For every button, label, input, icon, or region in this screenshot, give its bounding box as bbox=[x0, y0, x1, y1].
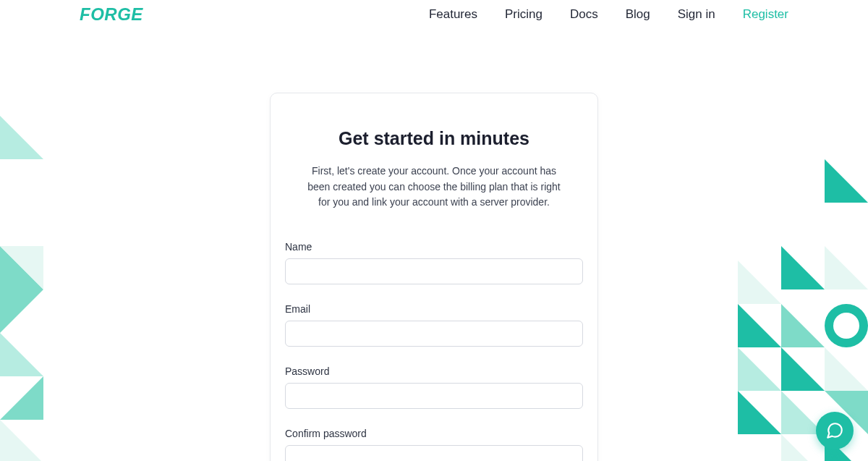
input-confirm-password[interactable] bbox=[285, 445, 583, 461]
input-name[interactable] bbox=[285, 258, 583, 284]
card-title: Get started in minutes bbox=[285, 128, 583, 149]
field-confirm-password: Confirm password bbox=[285, 428, 583, 461]
register-card: Get started in minutes First, let's crea… bbox=[270, 93, 598, 461]
input-password[interactable] bbox=[285, 383, 583, 409]
top-nav: Features Pricing Docs Blog Sign in Regis… bbox=[429, 7, 788, 22]
label-name: Name bbox=[285, 241, 583, 253]
card-subtitle: First, let's create your account. Once y… bbox=[285, 164, 583, 211]
nav-register[interactable]: Register bbox=[743, 7, 788, 22]
label-password: Password bbox=[285, 365, 583, 377]
nav-pricing[interactable]: Pricing bbox=[505, 7, 542, 22]
field-email: Email bbox=[285, 303, 583, 347]
nav-signin[interactable]: Sign in bbox=[678, 7, 715, 22]
nav-docs[interactable]: Docs bbox=[570, 7, 598, 22]
label-email: Email bbox=[285, 303, 583, 315]
field-name: Name bbox=[285, 241, 583, 284]
nav-features[interactable]: Features bbox=[429, 7, 477, 22]
nav-blog[interactable]: Blog bbox=[626, 7, 650, 22]
header: FORGE Features Pricing Docs Blog Sign in… bbox=[0, 0, 868, 29]
help-button[interactable] bbox=[816, 412, 854, 449]
label-confirm-password: Confirm password bbox=[285, 428, 583, 439]
input-email[interactable] bbox=[285, 321, 583, 347]
field-password: Password bbox=[285, 365, 583, 409]
logo[interactable]: FORGE bbox=[80, 4, 143, 25]
chat-icon bbox=[825, 421, 844, 440]
